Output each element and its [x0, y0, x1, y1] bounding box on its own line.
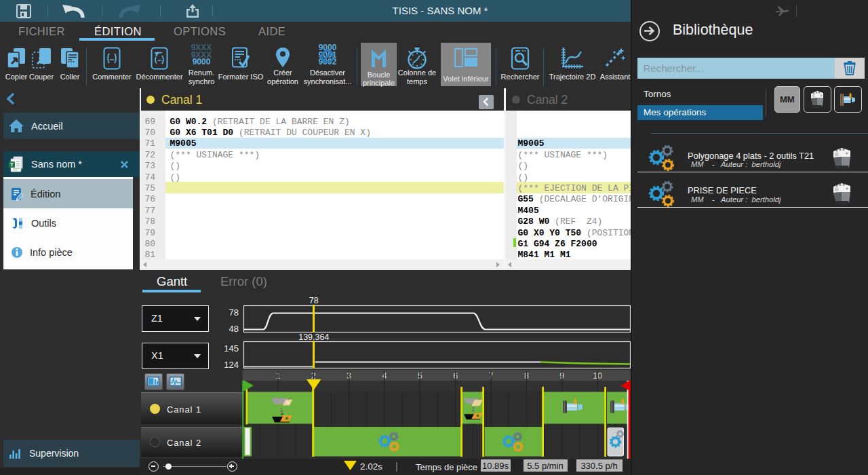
svg-text:48: 48: [229, 324, 239, 334]
svg-text:T: T: [10, 162, 14, 168]
svg-text:145: 145: [224, 343, 239, 354]
svg-text:78: 78: [229, 307, 239, 318]
svg-text:139.364: 139.364: [298, 332, 329, 342]
svg-text:124: 124: [224, 360, 239, 370]
svg-text:78: 78: [309, 296, 319, 305]
